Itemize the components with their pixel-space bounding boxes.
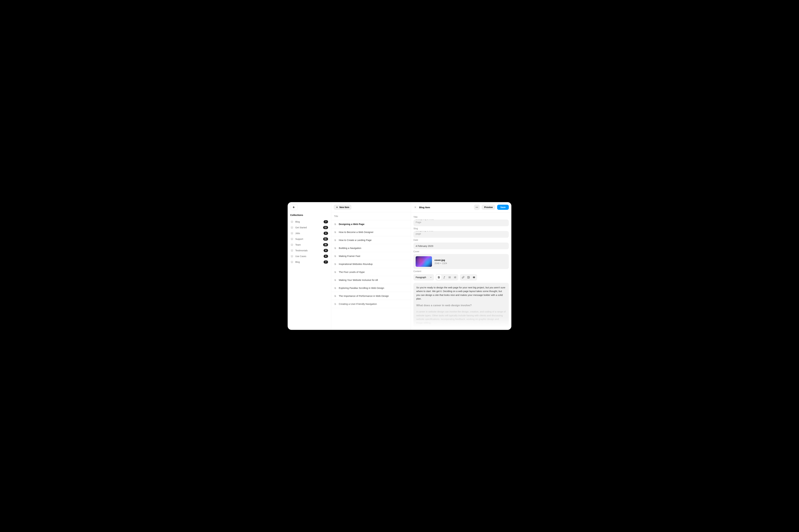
bullet-list-button[interactable]: [447, 275, 452, 280]
stack-icon: [291, 238, 293, 240]
stack-icon: [291, 232, 293, 234]
page-icon: [334, 223, 337, 225]
page-icon: [334, 263, 337, 265]
content-toolbar: Paragraph: [413, 274, 509, 281]
field-label-cover: Cover: [413, 250, 509, 253]
plus-icon: [336, 206, 338, 208]
svg-point-22: [449, 277, 449, 277]
count-badge: 9: [324, 249, 328, 252]
link-button[interactable]: [460, 275, 466, 280]
cover-picker[interactable]: cover.jpg 2048 × 1324: [413, 254, 509, 269]
cover-info: cover.jpg 2048 × 1324: [435, 259, 447, 265]
field-label-slug: Slug: [413, 227, 509, 230]
ellipsis-icon: [475, 206, 478, 209]
italic-button[interactable]: [442, 275, 447, 280]
svg-marker-1: [291, 221, 293, 222]
panel-header: Blog Item Preview Save: [411, 202, 511, 212]
count-badge: 6: [324, 255, 328, 258]
sidebar-item[interactable]: Use Cases 6: [289, 253, 329, 259]
page-icon: [334, 231, 337, 233]
svg-marker-4: [291, 238, 293, 239]
italic-icon: [443, 276, 446, 279]
date-input[interactable]: 4 February 2023: [413, 243, 509, 249]
content-paragraph: So you're ready to design the web page f…: [416, 286, 506, 301]
bold-button[interactable]: [436, 275, 441, 280]
svg-marker-8: [291, 261, 293, 262]
field-label-title: Title: [413, 216, 509, 218]
close-icon: [414, 206, 417, 209]
count-badge: 61: [323, 238, 328, 241]
video-button[interactable]: [471, 275, 476, 280]
format-select-label: Paragraph: [416, 276, 426, 279]
insert-group: [460, 274, 477, 281]
video-icon: [473, 276, 475, 279]
stack-icon: [291, 221, 293, 223]
slug-input-text: designing-a-web- page: [416, 231, 434, 235]
count-badge: 7: [324, 220, 328, 223]
arrow-left-icon: [292, 206, 295, 209]
text-format-group: [436, 274, 458, 281]
sidebar-item-label: Support: [295, 238, 321, 240]
back-button[interactable]: [290, 204, 297, 210]
format-select-group: Paragraph: [413, 274, 434, 281]
page-icon: [334, 239, 337, 241]
svg-point-29: [468, 277, 468, 277]
image-button[interactable]: [466, 275, 471, 280]
sidebar-item-label: Get Started: [295, 226, 321, 229]
collection-list: Blog 7 Get Started 12 Jobs 8 Support 61 …: [288, 219, 331, 265]
count-badge: 36: [323, 243, 328, 246]
field-label-content: Content: [413, 270, 509, 272]
bold-icon: [438, 276, 440, 279]
page-icon: [334, 279, 337, 281]
close-panel-button[interactable]: [413, 205, 417, 209]
stack-icon: [291, 249, 293, 252]
sidebar-item[interactable]: Support 61: [289, 236, 329, 242]
preview-button[interactable]: Preview: [482, 205, 495, 210]
panel-title: Blog Item: [419, 206, 472, 209]
number-list-button[interactable]: [453, 275, 458, 280]
page-icon: [334, 295, 337, 297]
svg-marker-7: [291, 255, 293, 256]
svg-marker-2: [291, 226, 293, 228]
sidebar-item-label: Blog: [295, 261, 322, 263]
content-editor[interactable]: So you're ready to design the web page f…: [413, 283, 509, 327]
sidebar-item[interactable]: Blog 7: [289, 219, 329, 225]
save-button[interactable]: Save: [497, 205, 509, 210]
new-item-label: New Item: [340, 206, 349, 209]
sidebar-item[interactable]: Get Started 12: [289, 225, 329, 230]
sidebar: Collections Blog 7 Get Started 12 Jobs 8…: [288, 202, 331, 330]
page-icon: [334, 271, 337, 273]
format-select[interactable]: Paragraph: [414, 276, 433, 279]
number-list-icon: [454, 276, 456, 279]
field-label-date: Date: [413, 239, 509, 241]
sidebar-item[interactable]: Blog 7: [289, 259, 329, 265]
svg-line-18: [444, 277, 444, 278]
more-button[interactable]: [474, 205, 480, 210]
bullet-list-icon: [449, 276, 451, 279]
page-icon: [334, 287, 337, 289]
title-input[interactable]: Designing a Web Page: [413, 220, 509, 226]
link-icon: [462, 276, 465, 279]
stack-icon: [291, 261, 293, 263]
panel-body: Title Designing a Web Page Slug designin…: [411, 212, 511, 330]
svg-marker-6: [291, 249, 293, 250]
svg-marker-5: [291, 244, 293, 245]
title-input-text: Designing a Web Page: [416, 220, 434, 224]
sidebar-heading: Collections: [288, 212, 331, 219]
svg-point-13: [476, 207, 476, 208]
svg-marker-3: [291, 232, 293, 233]
svg-point-15: [477, 207, 478, 208]
new-item-button[interactable]: New Item: [334, 205, 351, 210]
cover-dimensions: 2048 × 1324: [435, 262, 447, 265]
sidebar-item-label: Team: [295, 244, 321, 246]
content-heading: What does a career in web design involve…: [416, 303, 506, 307]
sidebar-item[interactable]: Testimonials 9: [289, 248, 329, 253]
sidebar-item[interactable]: Team 36: [289, 242, 329, 248]
date-input-text: 4 February 2023: [416, 245, 433, 247]
sidebar-item-label: Testimonials: [295, 249, 322, 252]
sidebar-item[interactable]: Jobs 8: [289, 230, 329, 236]
slug-input[interactable]: designing-a-web- page: [413, 231, 509, 238]
stack-icon: [291, 226, 293, 229]
content-paragraph-2: A career in website design can involve t…: [416, 310, 506, 325]
cover-thumbnail: [416, 256, 432, 267]
